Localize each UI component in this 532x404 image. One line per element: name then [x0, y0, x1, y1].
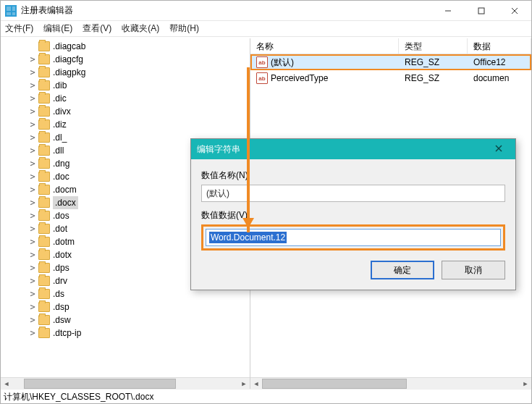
folder-icon — [38, 211, 50, 221]
value-row[interactable]: abPerceivedTypeREG_SZdocumen — [250, 70, 531, 86]
folder-icon — [38, 106, 50, 117]
expand-icon[interactable]: > — [28, 274, 37, 287]
value-row[interactable]: ab(默认)REG_SZOffice12 — [250, 54, 531, 70]
ok-button[interactable]: 确定 — [371, 261, 434, 279]
expand-icon[interactable]: > — [28, 79, 37, 92]
tree-item[interactable]: >.dic — [14, 92, 250, 105]
title-bar: 注册表编辑器 — [1, 1, 531, 21]
string-value-icon: ab — [256, 56, 268, 68]
folder-icon — [38, 224, 50, 234]
tree-label: .dll — [53, 146, 64, 156]
expand-icon[interactable]: > — [28, 144, 37, 157]
expand-icon[interactable]: > — [28, 248, 37, 261]
scroll-left-icon[interactable]: ◄ — [1, 378, 12, 390]
value-name-label: 数值名称(N) — [201, 169, 505, 182]
scroll-thumb[interactable] — [262, 379, 407, 389]
dialog-title-bar[interactable]: 编辑字符串 — [191, 139, 515, 159]
folder-icon — [38, 315, 50, 325]
tree-item[interactable]: >.diagpkg — [14, 66, 250, 79]
menu-favorites[interactable]: 收藏夹(A) — [122, 22, 159, 35]
tree-label: .dsw — [53, 315, 71, 325]
cancel-button[interactable]: 取消 — [442, 261, 505, 279]
status-path: 计算机\HKEY_CLASSES_ROOT\.docx — [4, 392, 153, 402]
tree-item[interactable]: >.diagcfg — [14, 53, 250, 66]
folder-icon — [38, 159, 50, 169]
expand-icon[interactable]: > — [28, 327, 37, 340]
tree-item[interactable]: >.dtcp-ip — [14, 327, 250, 340]
value-name-field[interactable]: (默认) — [201, 185, 505, 202]
tree-item[interactable]: >.dsp — [14, 300, 250, 313]
tree-item[interactable]: >.dib — [14, 79, 250, 92]
minimize-button[interactable] — [431, 1, 465, 21]
folder-icon — [38, 263, 50, 273]
expand-icon[interactable]: > — [28, 66, 37, 79]
expand-icon[interactable]: > — [28, 261, 37, 274]
scroll-left-icon[interactable]: ◄ — [250, 378, 262, 390]
expand-icon[interactable]: > — [28, 313, 37, 327]
menu-bar: 文件(F) 编辑(E) 查看(V) 收藏夹(A) 帮助(H) — [1, 21, 531, 37]
value-data: Office12 — [468, 57, 531, 67]
expand-icon[interactable]: > — [28, 92, 37, 105]
values-rows[interactable]: ab(默认)REG_SZOffice12abPerceivedTypeREG_S… — [250, 54, 531, 86]
menu-help[interactable]: 帮助(H) — [169, 22, 199, 35]
tree-item[interactable]: >.dsw — [14, 313, 250, 327]
folder-icon — [38, 41, 50, 51]
folder-icon — [38, 80, 50, 91]
folder-icon — [38, 250, 50, 260]
tree-label: .doc — [53, 172, 69, 182]
close-button[interactable] — [498, 1, 531, 21]
expand-icon[interactable]: > — [28, 170, 37, 183]
tree-horizontal-scrollbar[interactable]: ◄ ► — [1, 377, 250, 389]
scroll-right-icon[interactable]: ► — [238, 378, 250, 390]
value-type: REG_SZ — [399, 57, 468, 67]
tree-item[interactable]: >.diz — [14, 118, 250, 131]
tree-label: .dib — [53, 80, 67, 91]
tree-label: .diz — [53, 119, 67, 130]
dialog-title: 编辑字符串 — [197, 143, 240, 156]
tree-label: .diagcfg — [53, 54, 83, 64]
expand-icon[interactable]: > — [28, 157, 37, 170]
expand-icon[interactable]: > — [28, 196, 37, 209]
scroll-right-icon[interactable]: ► — [520, 378, 531, 390]
expand-icon[interactable]: > — [28, 105, 37, 118]
maximize-button[interactable] — [465, 1, 498, 21]
regedit-icon — [5, 5, 17, 17]
expand-icon[interactable]: > — [28, 183, 37, 196]
expand-icon[interactable]: > — [28, 131, 37, 144]
expand-icon[interactable]: > — [28, 118, 37, 131]
col-data[interactable]: 数据 — [468, 38, 531, 54]
value-data-label: 数值数据(V) — [201, 209, 505, 222]
folder-icon — [38, 302, 50, 312]
value-data-selection[interactable]: Word.Document.12 — [209, 232, 287, 243]
tree-item[interactable]: >.divx — [14, 105, 250, 118]
tree-label: .dsp — [53, 302, 69, 312]
expand-icon[interactable]: > — [28, 53, 37, 66]
col-name[interactable]: 名称 — [250, 38, 399, 54]
expand-icon[interactable]: > — [28, 222, 37, 235]
value-data-highlight: Word.Document.12 — [201, 224, 505, 251]
menu-file[interactable]: 文件(F) — [5, 22, 33, 35]
expand-icon[interactable]: > — [28, 300, 37, 313]
scroll-thumb[interactable] — [24, 379, 176, 389]
status-bar: 计算机\HKEY_CLASSES_ROOT\.docx — [1, 389, 531, 403]
value-data-field[interactable]: Word.Document.12 — [206, 229, 501, 246]
tree-label: .drv — [53, 276, 67, 286]
values-header: 名称 类型 数据 — [250, 38, 531, 54]
window-controls — [431, 1, 531, 21]
expand-icon[interactable]: > — [28, 287, 37, 300]
folder-icon — [38, 328, 50, 338]
values-horizontal-scrollbar[interactable]: ◄ ► — [250, 377, 531, 389]
tree-label: .dtcp-ip — [53, 328, 81, 338]
expand-icon[interactable]: > — [28, 209, 37, 222]
tree-label: .dng — [53, 159, 69, 169]
value-type: REG_SZ — [399, 73, 468, 83]
col-type[interactable]: 类型 — [399, 38, 468, 54]
menu-view[interactable]: 查看(V) — [83, 22, 111, 35]
menu-edit[interactable]: 编辑(E) — [43, 22, 72, 35]
string-value-icon: ab — [256, 72, 268, 84]
tree-item[interactable]: .diagcab — [14, 40, 250, 53]
folder-icon — [38, 185, 50, 195]
tree-label: .docm — [53, 185, 77, 195]
dialog-close-button[interactable] — [488, 144, 510, 154]
expand-icon[interactable]: > — [28, 235, 37, 248]
